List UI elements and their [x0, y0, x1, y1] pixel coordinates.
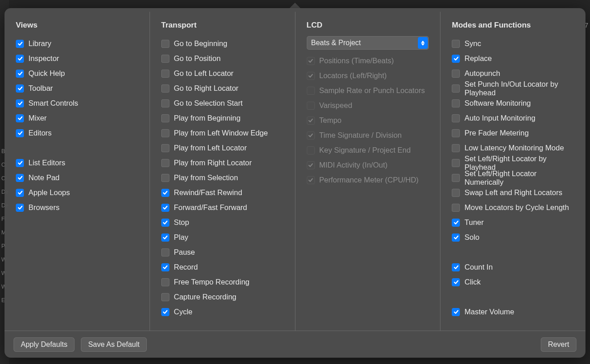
lcd-item-label: Key Signature / Project End — [319, 146, 411, 154]
transport-item-row: Play from Beginning — [161, 111, 284, 126]
views-item-checkbox[interactable] — [16, 204, 24, 212]
lcd-mode-select[interactable]: Beats & Project — [307, 36, 429, 50]
modes-item-checkbox[interactable] — [452, 219, 460, 227]
views-item-checkbox[interactable] — [16, 99, 24, 107]
transport-item-label: Rewind/Fast Rewind — [174, 188, 242, 197]
modes-header: Modes and Functions — [452, 21, 574, 30]
modes-item-label: Set Left/Right Locator Numerically — [464, 169, 574, 187]
transport-item-checkbox[interactable] — [161, 263, 169, 271]
transport-item-label: Go to Selection Start — [174, 99, 243, 107]
views-item-checkbox[interactable] — [16, 114, 24, 122]
transport-item-checkbox[interactable] — [161, 40, 169, 48]
transport-item-label: Cycle — [174, 308, 192, 316]
transport-item-row: Record — [161, 260, 284, 275]
modes-item-label: Swap Left and Right Locators — [464, 188, 562, 197]
views-item-label: Inspector — [28, 54, 59, 63]
views-item-checkbox[interactable] — [16, 70, 24, 78]
transport-column: Transport Go to BeginningGo to PositionG… — [150, 12, 295, 331]
transport-item-checkbox[interactable] — [161, 55, 169, 63]
modes-item-label: Move Locators by Cycle Length — [464, 203, 569, 212]
views-item-row: List Editors — [16, 155, 138, 170]
lcd-item-row: Time Signature / Division — [307, 128, 429, 143]
transport-item-row: Cycle — [161, 304, 284, 319]
transport-item-row: Go to Left Locator — [161, 66, 284, 81]
modes-item-label: Click — [464, 278, 481, 286]
transport-item-row: Rewind/Fast Rewind — [161, 185, 284, 200]
modes-item-label: Sync — [464, 39, 481, 48]
transport-item-checkbox[interactable] — [161, 129, 169, 137]
modes-item-row: Click — [452, 275, 574, 289]
modes-item-checkbox[interactable] — [452, 144, 460, 152]
views-item-label: Library — [28, 39, 51, 48]
views-item-checkbox[interactable] — [16, 55, 24, 63]
modes-item-checkbox[interactable] — [452, 70, 460, 78]
modes-item-row: Tuner — [452, 215, 574, 230]
transport-item-checkbox[interactable] — [161, 84, 169, 93]
transport-item-checkbox[interactable] — [161, 204, 169, 212]
transport-item-checkbox[interactable] — [161, 278, 169, 286]
transport-item-checkbox[interactable] — [161, 219, 169, 227]
transport-item-checkbox[interactable] — [161, 189, 169, 197]
transport-item-label: Play — [174, 233, 188, 242]
modes-item-checkbox[interactable] — [452, 233, 460, 242]
views-column: Views LibraryInspectorQuick HelpToolbarS… — [5, 12, 150, 331]
modes-item-row: Autopunch — [452, 66, 574, 81]
modes-item-checkbox[interactable] — [452, 278, 460, 286]
transport-item-checkbox[interactable] — [161, 114, 169, 122]
views-item-label: Editors — [28, 129, 52, 137]
modes-item-checkbox[interactable] — [452, 114, 460, 122]
revert-button[interactable]: Revert — [541, 337, 576, 352]
transport-item-row: Capture Recording — [161, 289, 284, 304]
modes-item-checkbox[interactable] — [452, 84, 460, 93]
transport-item-checkbox[interactable] — [161, 308, 169, 316]
apply-defaults-button[interactable]: Apply Defaults — [14, 337, 75, 352]
transport-item-checkbox[interactable] — [161, 174, 169, 182]
transport-item-row: Play — [161, 230, 284, 245]
transport-item-checkbox[interactable] — [161, 144, 169, 152]
transport-item-checkbox[interactable] — [161, 159, 169, 167]
transport-item-label: Go to Beginning — [174, 39, 227, 48]
modes-item-checkbox[interactable] — [452, 308, 460, 316]
views-item-row: Smart Controls — [16, 96, 138, 111]
updown-stepper-icon[interactable] — [418, 37, 428, 49]
transport-item-checkbox[interactable] — [161, 293, 169, 301]
modes-item-label: Pre Fader Metering — [464, 129, 529, 137]
save-as-default-button[interactable]: Save As Default — [81, 337, 147, 352]
modes-item-label: Auto Input Monitoring — [464, 114, 535, 122]
modes-item-checkbox[interactable] — [452, 263, 460, 271]
views-item-row: Quick Help — [16, 66, 138, 81]
transport-item-checkbox[interactable] — [161, 248, 169, 257]
lcd-item-label: Positions (Time/Beats) — [319, 56, 394, 65]
transport-item-checkbox[interactable] — [161, 70, 169, 78]
views-item-checkbox[interactable] — [16, 174, 24, 182]
views-item-row: Toolbar — [16, 81, 138, 96]
views-item-checkbox[interactable] — [16, 84, 24, 93]
views-item-checkbox[interactable] — [16, 189, 24, 197]
transport-item-row: Play from Left Window Edge — [161, 126, 284, 140]
modes-item-checkbox[interactable] — [452, 40, 460, 48]
lcd-item-checkbox — [307, 176, 315, 184]
customize-control-bar-popover: Views LibraryInspectorQuick HelpToolbarS… — [5, 8, 585, 358]
transport-item-checkbox[interactable] — [161, 99, 169, 107]
views-item-row: Inspector — [16, 51, 138, 66]
modes-item-checkbox[interactable] — [452, 55, 460, 63]
modes-item-checkbox[interactable] — [452, 204, 460, 212]
transport-item-label: Free Tempo Recording — [174, 278, 250, 286]
transport-item-label: Go to Left Locator — [174, 69, 234, 78]
lcd-item-row: Sample Rate or Punch Locators — [307, 83, 429, 98]
modes-item-checkbox[interactable] — [452, 174, 460, 182]
views-header: Views — [16, 21, 138, 30]
modes-item-label: Master Volume — [464, 308, 514, 316]
views-item-label: Browsers — [28, 203, 60, 212]
modes-item-checkbox[interactable] — [452, 159, 460, 167]
lcd-item-label: Time Signature / Division — [319, 131, 402, 140]
modes-item-checkbox[interactable] — [452, 99, 460, 107]
views-item-checkbox[interactable] — [16, 40, 24, 48]
modes-item-checkbox[interactable] — [452, 129, 460, 137]
modes-item-checkbox[interactable] — [452, 189, 460, 197]
views-item-checkbox[interactable] — [16, 129, 24, 137]
views-item-checkbox[interactable] — [16, 159, 24, 167]
lcd-item-label: Varispeed — [319, 101, 352, 110]
transport-item-checkbox[interactable] — [161, 233, 169, 242]
modes-item-row: Solo — [452, 230, 574, 245]
